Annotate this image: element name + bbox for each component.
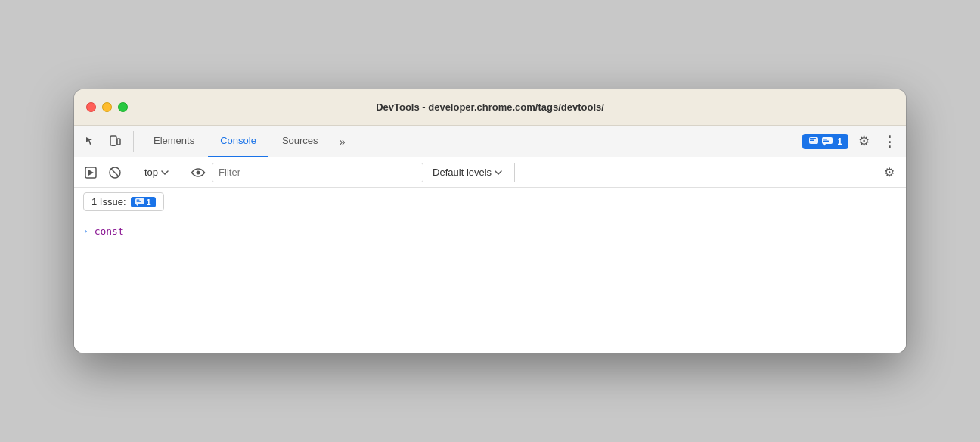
- expand-chevron[interactable]: ›: [83, 226, 88, 236]
- svg-marker-8: [823, 144, 826, 146]
- svg-point-15: [197, 170, 200, 174]
- svg-rect-9: [823, 139, 827, 140]
- more-tabs-button[interactable]: »: [332, 131, 353, 152]
- svg-marker-17: [136, 204, 138, 206]
- eye-button[interactable]: [188, 162, 209, 183]
- filter-input[interactable]: [212, 163, 423, 182]
- minimize-button[interactable]: [102, 102, 112, 112]
- console-line-1: › const: [74, 223, 906, 240]
- tab-elements[interactable]: Elements: [141, 126, 206, 157]
- clear-console-button[interactable]: [104, 162, 126, 183]
- console-toolbar: top Default levels ⚙: [74, 157, 906, 188]
- close-button[interactable]: [86, 102, 96, 112]
- separator-3: [514, 163, 515, 182]
- devtools-panel: Elements Console Sources »: [74, 126, 906, 353]
- execute-script-button[interactable]: [80, 162, 101, 183]
- tabbar-right: 1 ⚙ ⋮: [802, 131, 900, 152]
- svg-rect-1: [110, 136, 116, 145]
- titlebar: DevTools - developer.chrome.com/tags/dev…: [74, 89, 906, 126]
- svg-rect-18: [136, 199, 139, 200]
- tab-console[interactable]: Console: [208, 126, 268, 157]
- separator-1: [132, 163, 132, 182]
- svg-rect-19: [136, 201, 141, 201]
- svg-rect-2: [112, 145, 115, 146]
- console-content: › const: [74, 216, 906, 353]
- inspect-element-button[interactable]: [80, 131, 101, 152]
- svg-rect-5: [810, 138, 816, 139]
- console-settings-button[interactable]: ⚙: [879, 162, 900, 183]
- svg-rect-6: [810, 139, 814, 141]
- svg-rect-3: [117, 139, 120, 145]
- svg-line-14: [111, 168, 119, 176]
- svg-marker-12: [88, 170, 94, 176]
- more-options-button[interactable]: ⋮: [879, 131, 900, 152]
- settings-button[interactable]: ⚙: [853, 131, 874, 152]
- context-selector[interactable]: top: [138, 164, 175, 180]
- traffic-lights: [86, 102, 128, 112]
- separator-2: [181, 163, 181, 182]
- issues-badge[interactable]: 1: [802, 134, 848, 149]
- issues-pill[interactable]: 1 Issue: 1: [83, 192, 164, 211]
- tab-bar-icons: [80, 131, 134, 152]
- console-keyword: const: [95, 226, 124, 237]
- issues-count-badge: 1: [131, 197, 156, 207]
- svg-rect-10: [823, 140, 829, 142]
- issues-bar: 1 Issue: 1: [74, 188, 906, 216]
- tab-sources[interactable]: Sources: [270, 126, 330, 157]
- devtools-window: DevTools - developer.chrome.com/tags/dev…: [74, 89, 906, 353]
- log-levels-selector[interactable]: Default levels: [426, 164, 508, 180]
- window-title: DevTools - developer.chrome.com/tags/dev…: [376, 101, 604, 113]
- maximize-button[interactable]: [118, 102, 128, 112]
- device-toolbar-button[interactable]: [104, 131, 126, 152]
- tab-bar: Elements Console Sources »: [74, 126, 906, 157]
